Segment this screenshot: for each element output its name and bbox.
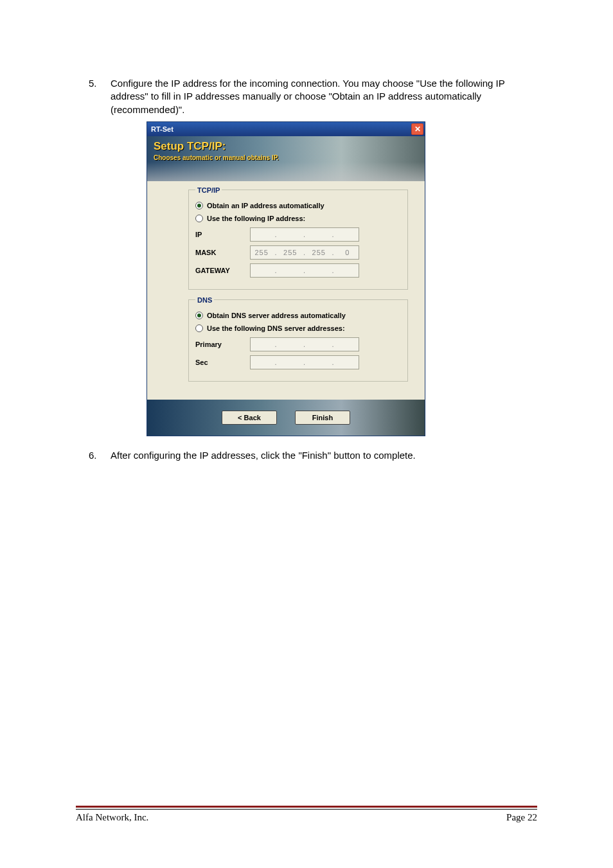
dialog-body: TCP/IP Obtain an IP address automaticall… <box>147 181 425 400</box>
radio-use-ip[interactable]: Use the following IP address: <box>195 215 401 222</box>
radio-label: Use the following IP address: <box>207 215 305 222</box>
ip-row: IP . . . <box>195 227 401 242</box>
primary-input[interactable]: . . . <box>250 337 359 351</box>
radio-icon <box>195 202 203 209</box>
header-subtitle: Chooses automatic or manual obtains IP. <box>154 154 418 161</box>
gateway-label: GATEWAY <box>195 267 250 274</box>
finish-button[interactable]: Finish <box>295 411 350 425</box>
radio-icon <box>195 324 203 332</box>
footer-rule-thin <box>76 809 537 810</box>
dns-group: DNS Obtain DNS server address automatica… <box>188 296 408 382</box>
radio-label: Obtain an IP address automatically <box>207 202 324 209</box>
mask-label: MASK <box>195 249 250 256</box>
tcpip-group: TCP/IP Obtain an IP address automaticall… <box>188 186 408 290</box>
ip-input[interactable]: . . . <box>250 227 359 242</box>
dns-legend: DNS <box>195 296 214 304</box>
footer-rule-thick <box>76 806 537 808</box>
sec-input[interactable]: . . . <box>250 355 359 369</box>
header-title: Setup TCP/IP: <box>154 140 418 153</box>
rt-set-dialog: RT-Set ✕ Setup TCP/IP: Chooses automatic… <box>147 121 425 436</box>
dialog-header: Setup TCP/IP: Chooses automatic or manua… <box>147 136 425 181</box>
radio-obtain-ip[interactable]: Obtain an IP address automatically <box>195 202 401 209</box>
footer-right: Page 22 <box>506 812 537 823</box>
radio-icon <box>195 312 203 319</box>
tcpip-legend: TCP/IP <box>195 186 222 194</box>
step-5: 5. Configure the IP address for the inco… <box>89 77 537 116</box>
page-footer: Alfa Network, Inc. Page 22 <box>76 806 537 823</box>
back-button[interactable]: < Back <box>222 411 277 425</box>
mask-input[interactable]: 255. 255. 255. 0 <box>250 245 359 260</box>
step-text: After configuring the IP addresses, clic… <box>111 449 537 462</box>
mask-row: MASK 255. 255. 255. 0 <box>195 245 401 260</box>
primary-row: Primary . . . <box>195 337 401 351</box>
button-bar: < Back Finish <box>147 400 425 436</box>
step-text: Configure the IP address for the incomin… <box>111 77 537 116</box>
step-number: 5. <box>89 77 111 116</box>
dialog-screenshot: RT-Set ✕ Setup TCP/IP: Chooses automatic… <box>147 121 537 436</box>
sec-label: Sec <box>195 359 250 366</box>
footer-left: Alfa Network, Inc. <box>76 812 148 823</box>
sec-row: Sec . . . <box>195 355 401 369</box>
gateway-input[interactable]: . . . <box>250 263 359 278</box>
radio-icon <box>195 215 203 222</box>
gateway-row: GATEWAY . . . <box>195 263 401 278</box>
window-title: RT-Set <box>151 125 173 133</box>
step-number: 6. <box>89 449 111 462</box>
title-bar[interactable]: RT-Set ✕ <box>147 122 425 136</box>
ip-label: IP <box>195 231 250 238</box>
step-6: 6. After configuring the IP addresses, c… <box>89 449 537 462</box>
radio-obtain-dns[interactable]: Obtain DNS server address automatically <box>195 312 401 319</box>
radio-label: Obtain DNS server address automatically <box>207 312 346 319</box>
close-button[interactable]: ✕ <box>411 123 423 135</box>
radio-label: Use the following DNS server addresses: <box>207 324 345 332</box>
primary-label: Primary <box>195 341 250 348</box>
radio-use-dns[interactable]: Use the following DNS server addresses: <box>195 324 401 332</box>
close-icon: ✕ <box>414 125 421 134</box>
